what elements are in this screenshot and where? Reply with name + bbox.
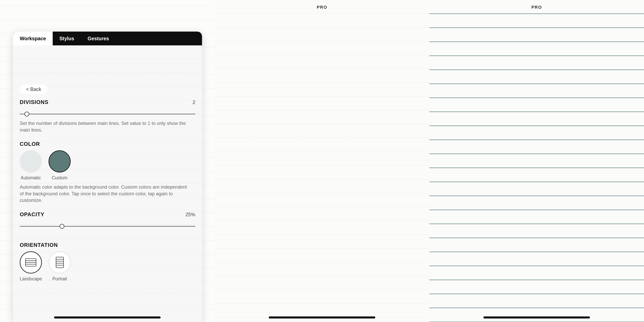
tab-gestures[interactable]: Gestures <box>81 32 116 46</box>
pro-badge: PRO <box>531 5 542 10</box>
portrait-button[interactable] <box>49 251 71 274</box>
divisions-description: Set the number of divisions between main… <box>20 120 188 133</box>
landscape-icon <box>25 258 36 266</box>
pane-middle: PRO <box>215 0 429 322</box>
color-header: COLOR <box>20 141 195 147</box>
orientation-option-portrait: Portrait <box>49 251 71 282</box>
landscape-label: Landscape <box>20 276 42 282</box>
opacity-header: OPACITY 25% <box>20 212 195 218</box>
color-description: Automatic color adapts to the background… <box>20 184 188 204</box>
divisions-title: DIVISIONS <box>20 99 48 105</box>
panel-body: < Back DIVISIONS 2 Set the number of div… <box>13 46 202 322</box>
color-title: COLOR <box>20 141 40 147</box>
opacity-slider[interactable] <box>20 222 195 230</box>
custom-swatch[interactable] <box>48 150 71 172</box>
divisions-value: 2 <box>192 100 195 105</box>
automatic-label: Automatic <box>20 175 42 180</box>
opacity-title: OPACITY <box>20 212 44 218</box>
home-indicator <box>269 316 375 318</box>
slider-thumb[interactable] <box>24 112 29 116</box>
orientation-title: ORIENTATION <box>20 242 58 248</box>
slider-track <box>20 226 195 226</box>
orientation-header: ORIENTATION <box>20 242 195 248</box>
divisions-slider[interactable] <box>20 110 195 118</box>
opacity-value: 25% <box>186 212 195 218</box>
pane-left: Workspace Stylus Gestures < Back DIVISIO… <box>0 0 215 322</box>
slider-thumb[interactable] <box>60 224 64 229</box>
landscape-button[interactable] <box>20 251 42 274</box>
back-button[interactable]: < Back <box>20 84 48 94</box>
custom-label: Custom <box>48 175 71 180</box>
tab-stylus[interactable]: Stylus <box>53 32 81 46</box>
home-indicator <box>54 316 160 318</box>
slider-track <box>20 114 195 114</box>
automatic-swatch[interactable] <box>20 150 42 172</box>
portrait-label: Portrait <box>49 276 71 282</box>
color-swatches: Automatic Custom <box>20 150 195 180</box>
svg-rect-4 <box>56 257 64 268</box>
orientation-options: Landscape Portrait <box>20 251 195 282</box>
home-indicator <box>484 316 590 318</box>
portrait-icon <box>56 257 64 268</box>
orientation-option-landscape: Landscape <box>20 251 42 282</box>
pane-right: PRO <box>429 0 644 322</box>
tab-bar: Workspace Stylus Gestures <box>13 32 202 46</box>
color-option-automatic: Automatic <box>20 150 42 180</box>
divisions-header: DIVISIONS 2 <box>20 99 195 105</box>
tab-workspace[interactable]: Workspace <box>13 32 53 46</box>
color-option-custom: Custom <box>48 150 71 180</box>
pro-badge: PRO <box>317 5 327 10</box>
settings-panel: Workspace Stylus Gestures < Back DIVISIO… <box>13 32 202 322</box>
